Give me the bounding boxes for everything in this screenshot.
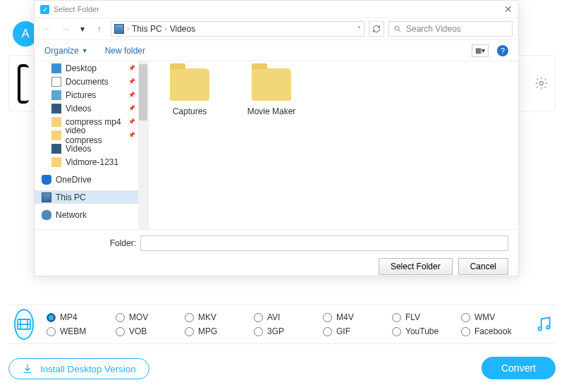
- net-icon: [42, 210, 51, 220]
- format-option[interactable]: MKV: [185, 312, 245, 322]
- breadcrumb[interactable]: › This PC › Videos ˅: [111, 21, 364, 37]
- format-option[interactable]: MPG: [185, 326, 245, 336]
- pc-icon: [42, 192, 51, 202]
- close-icon[interactable]: ✕: [504, 4, 513, 15]
- format-option[interactable]: M4V: [323, 312, 384, 322]
- pin-icon: 📌: [128, 118, 135, 125]
- folder-item[interactable]: Movie Maker: [243, 68, 300, 116]
- vid-icon: [51, 104, 61, 114]
- organize-menu[interactable]: Organize ▼: [44, 46, 88, 56]
- chevron-down-icon[interactable]: ˅: [357, 25, 361, 33]
- format-options: MP4MOVMKVAVIM4VFLVWMVWEBMVOBMPG3GPGIFYou…: [47, 312, 522, 336]
- vid-icon: [51, 144, 61, 154]
- format-option[interactable]: 3GP: [254, 326, 314, 336]
- folder-name-input[interactable]: [140, 235, 508, 251]
- video-format-icon: [14, 309, 34, 340]
- nav-back-icon: ←: [40, 23, 54, 35]
- pin-icon: 📌: [128, 65, 135, 71]
- drive-icon: [114, 24, 124, 34]
- app-icon: ✓: [40, 5, 49, 14]
- gear-icon[interactable]: [534, 76, 548, 90]
- search-placeholder: Search Videos: [406, 24, 461, 34]
- search-icon: [393, 25, 402, 33]
- dialog-title: Select Folder: [54, 5, 99, 13]
- tree-item[interactable]: Pictures📌: [35, 88, 148, 102]
- music-icon[interactable]: [526, 315, 561, 333]
- tree-root-item[interactable]: Network: [35, 208, 148, 221]
- svg-line-8: [398, 30, 400, 32]
- format-option[interactable]: FLV: [392, 312, 453, 322]
- breadcrumb-root[interactable]: This PC: [132, 24, 162, 34]
- pic-icon: [51, 90, 61, 100]
- svg-point-5: [538, 327, 541, 330]
- format-option[interactable]: VOB: [116, 326, 176, 336]
- nav-up-icon[interactable]: ↑: [92, 23, 106, 35]
- od-icon: [42, 175, 51, 185]
- format-option[interactable]: WMV: [461, 312, 522, 322]
- tree-root-item[interactable]: This PC: [35, 190, 148, 204]
- select-folder-dialog: ✓ Select Folder ✕ ← → ▾ ↑ › This PC › Vi…: [34, 0, 519, 276]
- tree-scrollbar[interactable]: [138, 61, 148, 229]
- svg-point-6: [546, 326, 549, 329]
- nav-forward-icon: →: [59, 23, 73, 35]
- folder-grid: CapturesMovie Maker: [149, 61, 518, 229]
- format-option[interactable]: WEBM: [47, 326, 107, 336]
- pin-icon: 📌: [128, 78, 135, 85]
- tree-root-item[interactable]: OneDrive: [35, 173, 148, 186]
- desktop-icon: [51, 63, 61, 73]
- convert-button[interactable]: Convert: [482, 357, 556, 379]
- folder-item[interactable]: Captures: [161, 68, 218, 116]
- help-icon[interactable]: ?: [497, 45, 508, 56]
- tree-item[interactable]: video compress📌: [35, 128, 148, 142]
- pin-icon: 📌: [128, 105, 135, 111]
- refresh-button[interactable]: [369, 21, 384, 37]
- fold2-icon: [51, 157, 61, 167]
- install-desktop-button[interactable]: Install Desktop Version: [8, 358, 149, 379]
- svg-point-0: [540, 82, 544, 85]
- format-option[interactable]: MP4: [47, 312, 107, 322]
- format-option[interactable]: Facebook: [461, 326, 522, 336]
- new-folder-button[interactable]: New folder: [105, 46, 145, 56]
- view-mode-button[interactable]: ▦ ▾: [472, 44, 489, 57]
- install-label: Install Desktop Version: [40, 364, 136, 374]
- tree-item[interactable]: Desktop📌: [35, 61, 148, 75]
- format-option[interactable]: YouTube: [392, 326, 453, 336]
- tree-item[interactable]: Vidmore-1231: [35, 155, 148, 169]
- tree-item[interactable]: Videos📌: [35, 102, 148, 115]
- tree-item[interactable]: Documents📌: [35, 75, 148, 88]
- nav-history-dropdown[interactable]: ▾: [77, 24, 88, 34]
- search-input[interactable]: Search Videos: [388, 21, 513, 37]
- breadcrumb-current[interactable]: Videos: [170, 24, 195, 34]
- pin-icon: 📌: [128, 132, 135, 138]
- folder-tree: Desktop📌Documents📌Pictures📌Videos📌compre…: [35, 61, 149, 229]
- cancel-button[interactable]: Cancel: [458, 258, 508, 275]
- download-icon: [22, 363, 33, 374]
- folder-icon: [170, 68, 209, 101]
- folder-field-label: Folder:: [44, 238, 136, 248]
- select-folder-button[interactable]: Select Folder: [379, 258, 453, 275]
- doc-icon: [51, 77, 61, 87]
- format-option[interactable]: MOV: [116, 312, 176, 322]
- pin-icon: 📌: [128, 92, 135, 98]
- fold-icon: [51, 117, 61, 127]
- folder-icon: [252, 68, 291, 101]
- format-option[interactable]: AVI: [254, 312, 314, 322]
- svg-point-7: [395, 26, 399, 30]
- fold-icon: [51, 130, 61, 140]
- format-option[interactable]: GIF: [323, 326, 384, 336]
